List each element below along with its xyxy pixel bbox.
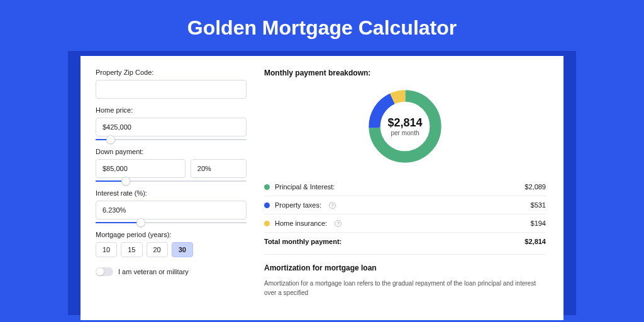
down-payment-percent-input[interactable]: [191, 159, 247, 178]
inputs-column: Property Zip Code: Home price: Down paym…: [96, 69, 247, 308]
payment-donut-chart: $2,814 per month: [365, 86, 445, 167]
period-buttons: 10 15 20 30: [96, 242, 247, 257]
interest-rate-input[interactable]: [96, 201, 247, 219]
breakdown-heading: Monthly payment breakdown:: [264, 69, 546, 77]
donut-wrap: $2,814 per month: [264, 86, 546, 167]
amortization-text: Amortization for a mortgage loan refers …: [264, 279, 546, 297]
calculator-panel: Property Zip Code: Home price: Down paym…: [80, 56, 564, 320]
legend-row-insurance: Home insurance: ? $194: [264, 214, 546, 232]
period-option-15[interactable]: 15: [121, 242, 142, 257]
total-row: Total monthly payment: $2,814: [264, 233, 546, 250]
interest-rate-slider[interactable]: [96, 222, 247, 223]
dot-icon: [264, 221, 270, 226]
home-price-input[interactable]: [96, 118, 247, 136]
total-label: Total monthly payment:: [264, 238, 341, 245]
info-icon[interactable]: ?: [335, 220, 341, 227]
interest-rate-field-group: Interest rate (%):: [96, 189, 247, 223]
period-field-group: Mortgage period (years): 10 15 20 30: [96, 231, 247, 257]
home-price-slider[interactable]: [96, 139, 247, 140]
slider-thumb[interactable]: [121, 177, 130, 186]
interest-rate-label: Interest rate (%):: [96, 189, 247, 197]
total-value: $2,814: [525, 238, 546, 245]
home-price-field-group: Home price:: [96, 106, 247, 140]
slider-thumb[interactable]: [106, 135, 115, 144]
dot-icon: [264, 203, 270, 208]
zip-label: Property Zip Code:: [96, 69, 247, 76]
legend-value: $2,089: [525, 183, 546, 191]
down-payment-label: Down payment:: [96, 148, 247, 155]
veteran-toggle[interactable]: [96, 267, 113, 276]
period-label: Mortgage period (years):: [96, 231, 247, 238]
donut-center-amount: $2,814: [387, 116, 422, 130]
amortization-title: Amortization for mortgage loan: [264, 264, 546, 272]
info-icon[interactable]: ?: [329, 202, 336, 209]
dot-icon: [264, 184, 270, 190]
zip-input[interactable]: [96, 80, 247, 99]
amortization-section: Amortization for mortgage loan Amortizat…: [264, 254, 546, 297]
legend-value: $531: [531, 201, 546, 209]
page-title: Golden Mortgage Calculator: [0, 0, 644, 51]
breakdown-column: Monthly payment breakdown: $2,814 per mo…: [264, 69, 548, 308]
veteran-label: I am veteran or military: [118, 268, 189, 275]
period-option-30[interactable]: 30: [172, 242, 193, 257]
home-price-label: Home price:: [96, 106, 247, 114]
period-option-10[interactable]: 10: [96, 242, 117, 257]
legend-label: Home insurance:: [275, 219, 327, 227]
down-payment-field-group: Down payment:: [96, 148, 247, 182]
legend-label: Property taxes:: [275, 201, 321, 209]
donut-center-sub: per month: [391, 130, 419, 136]
panel-shadow: Property Zip Code: Home price: Down paym…: [68, 51, 576, 315]
down-payment-amount-input[interactable]: [96, 159, 186, 178]
slider-thumb[interactable]: [136, 218, 145, 227]
zip-field-group: Property Zip Code:: [96, 69, 247, 99]
down-payment-slider[interactable]: [96, 180, 247, 182]
legend-row-taxes: Property taxes: ? $531: [264, 196, 546, 214]
legend-label: Principal & Interest:: [275, 183, 335, 191]
veteran-toggle-row: I am veteran or military: [96, 267, 247, 276]
legend-row-principal: Principal & Interest: $2,089: [264, 178, 546, 196]
legend-value: $194: [531, 219, 546, 227]
period-option-20[interactable]: 20: [147, 242, 168, 257]
